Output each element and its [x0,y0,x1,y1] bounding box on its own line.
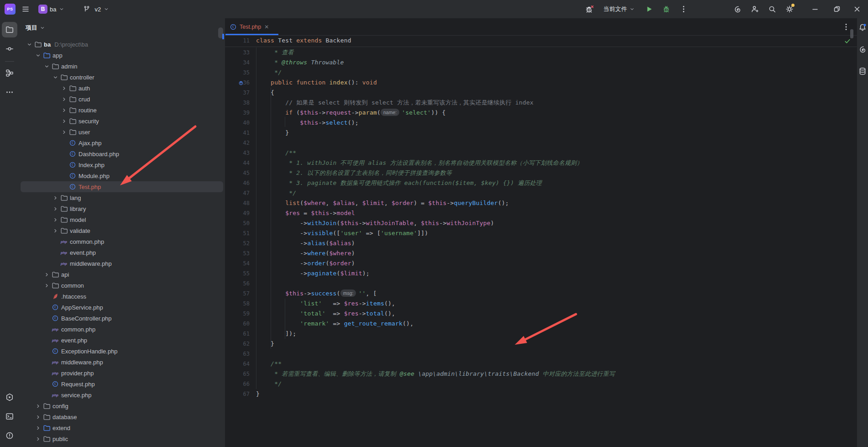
code-line-41[interactable]: 41 } [225,128,857,138]
code-line-56[interactable]: 56 [225,279,857,289]
code-line-40[interactable]: 40 $this->select(); [225,118,857,128]
code-line-44[interactable]: 44 * 1. withJoin 不可使用 alias 方法设置表别名，别名将自… [225,158,857,168]
tree-item-module-php[interactable]: CModule.php [21,170,223,181]
tree-item-basecontroller-php[interactable]: CBaseController.php [21,313,223,324]
tree-item-test-php[interactable]: CTest.php [21,181,223,192]
code-line-47[interactable]: 47 */ [225,188,857,198]
chevron-right-icon[interactable] [34,413,42,421]
notifications-bell-icon[interactable] [857,22,868,33]
chevron-right-icon[interactable] [34,435,42,442]
chevron-right-icon[interactable] [60,117,68,125]
chevron-right-icon[interactable] [52,216,59,223]
code-line-42[interactable]: 42 [225,138,857,148]
chevron-right-icon[interactable] [52,227,59,234]
run-icon[interactable] [643,4,654,15]
tree-item-lang[interactable]: lang [21,192,223,203]
code-line-50[interactable]: 50 ->withJoin($this->withJoinTable, $thi… [225,218,857,228]
code-line-49[interactable]: 49 $res = $this->model [225,208,857,218]
code-line-64[interactable]: 64 /** [225,359,857,369]
tree-item-model[interactable]: model [21,214,223,225]
chevron-right-icon[interactable] [34,402,42,410]
tree-item-provider-php[interactable]: phpprovider.php [21,368,223,379]
close-icon[interactable] [852,4,863,15]
tree-item-request-php[interactable]: CRequest.php [21,379,223,389]
ai-assistant-icon[interactable] [857,44,868,55]
debug-icon[interactable] [661,4,672,15]
chevron-right-icon[interactable] [43,282,50,289]
chevron-down-icon[interactable] [26,41,33,48]
code-line-48[interactable]: 48 list($where, $alias, $limit, $order) … [225,198,857,208]
tree-item-public[interactable]: public [21,433,223,444]
tree-item-crud[interactable]: crud [21,94,223,105]
tree-item-controller[interactable]: controller [21,72,223,83]
branch-widget[interactable]: v2 [78,2,112,16]
tab-close-icon[interactable]: ✕ [264,24,269,30]
override-method-gutter-icon[interactable] [238,79,244,86]
add-user-icon[interactable] [749,4,760,15]
code-line-43[interactable]: 43 /** [225,148,857,158]
code-line-60[interactable]: 60 'remark' => get_route_remark(), [225,319,857,329]
tree-item-dashboard-php[interactable]: CDashboard.php [21,148,223,159]
code-line-34[interactable]: 34 * @throws Throwable [225,58,857,68]
code-line-65[interactable]: 65 * 若需重写查看、编辑、删除等方法，请复制 @see \app\admin… [225,369,857,379]
search-icon[interactable] [767,4,778,15]
tree-item-extend[interactable]: extend [21,422,223,433]
tree-item--htaccess[interactable]: .htaccess [21,291,223,302]
tool-terminal-icon[interactable] [2,409,17,424]
tree-item-common-php[interactable]: phpcommon.php [21,324,223,335]
tree-item-library[interactable]: library [21,203,223,214]
tree-item-common[interactable]: common [21,280,223,291]
code-line-57[interactable]: 57 $this->success(msg:'', [ [225,289,857,299]
tool-run-hexagon-icon[interactable] [2,389,17,405]
code-line-58[interactable]: 58 'list' => $res->items(), [225,299,857,309]
code-line-39[interactable]: 39 if ($this->request->param(name:'selec… [225,108,857,118]
maximize-restore-icon[interactable] [831,4,842,15]
tree-item-auth[interactable]: auth [21,83,223,94]
tree-item-admin[interactable]: admin [21,61,223,72]
tool-problems-icon[interactable] [2,428,17,443]
database-icon[interactable] [857,66,868,77]
minimize-icon[interactable] [810,4,821,15]
chevron-down-icon[interactable] [34,52,42,59]
tree-item-config[interactable]: config [21,400,223,411]
chevron-right-icon[interactable] [52,205,59,212]
code-line-52[interactable]: 52 ->alias($alias) [225,238,857,248]
code-line-63[interactable]: 63 [225,349,857,359]
chevron-right-icon[interactable] [60,84,68,92]
settings-gear-icon[interactable] [784,4,795,15]
chevron-right-icon[interactable] [34,424,42,431]
chevron-right-icon[interactable] [60,128,68,136]
tree-item-security[interactable]: security [21,116,223,126]
tree-item-common-php[interactable]: phpcommon.php [21,236,223,247]
code-line-62[interactable]: 62 } [225,339,857,349]
tree-item-exceptionhandle-php[interactable]: CExceptionHandle.php [21,346,223,357]
tree-item-service-php[interactable]: phpservice.php [21,389,223,400]
code-line-33[interactable]: 33 * 查看 [225,47,857,58]
project-panel-header[interactable]: 项目 [26,22,46,33]
chevron-down-icon[interactable] [43,63,50,70]
tree-item-ba[interactable]: baD:\project\ba [21,39,223,50]
inspections-ok-check-icon[interactable] [843,37,852,45]
chevron-down-icon[interactable] [52,74,59,81]
project-widget[interactable]: B ba [36,2,68,16]
code-line-51[interactable]: 51 ->visible(['user' => ['username']]) [225,228,857,238]
code-line-35[interactable]: 35 */ [225,68,857,78]
tree-item-middleware-php[interactable]: phpmiddleware.php [21,357,223,368]
tree-item-index-php[interactable]: CIndex.php [21,159,223,170]
code-line-67[interactable]: 67} [225,389,857,399]
run-configuration-selector[interactable]: 当前文件 [603,4,635,15]
tree-item-api[interactable]: api [21,269,223,280]
chevron-right-icon[interactable] [43,271,50,278]
tree-item-user[interactable]: user [21,126,223,137]
code-line-46[interactable]: 46 * 3. paginate 数据集可使用链式操作 each(functio… [225,178,857,188]
tree-item-ajax-php[interactable]: CAjax.php [21,137,223,148]
code-line-61[interactable]: 61 ]); [225,329,857,339]
tree-item-validate[interactable]: validate [21,225,223,236]
tool-structure-icon[interactable] [2,65,17,81]
tool-commit-icon[interactable] [2,41,17,57]
tree-item-appservice-php[interactable]: CAppService.php [21,302,223,313]
chevron-right-icon[interactable] [60,106,68,114]
tree-item-routine[interactable]: routine [21,105,223,116]
kebab-menu-icon[interactable] [678,4,689,15]
tree-item-event-php[interactable]: phpevent.php [21,247,223,258]
